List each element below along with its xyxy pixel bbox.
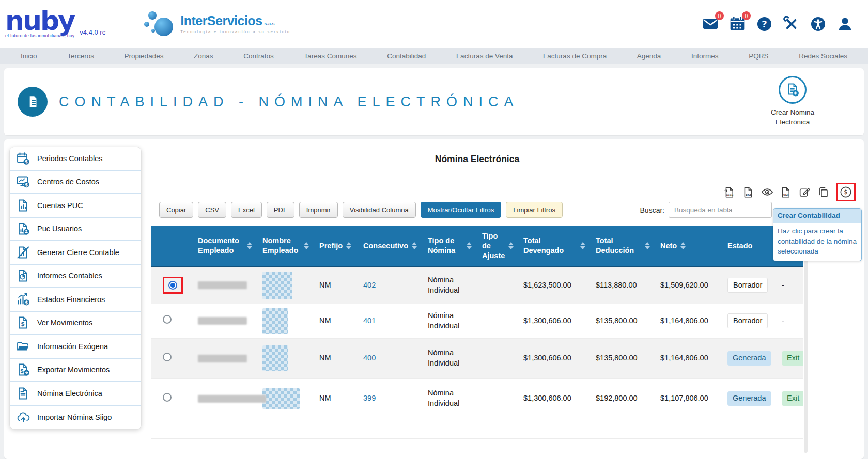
dian-status-cell: Exit <box>777 378 803 419</box>
search-input[interactable] <box>669 202 772 218</box>
consecutivo-cell: 400 <box>358 338 423 378</box>
sidebar-item-ver-movimientos[interactable]: $Ver Movimientos <box>10 312 141 336</box>
row-radio-button[interactable] <box>163 393 172 402</box>
column-label: Total Deducción <box>596 236 641 256</box>
toolbar-button-visibilidad-columna[interactable]: Visibilidad Columna <box>343 202 416 218</box>
create-payroll-button[interactable]: Crear Nómina Electrónica <box>762 76 824 128</box>
sidebar-item-nomina-electronica[interactable]: Nómina Electrónica <box>10 382 141 406</box>
sort-icon[interactable] <box>346 242 351 249</box>
column-header-nombre-empleado[interactable]: Nombre Empleado <box>257 226 314 266</box>
row-radio-button[interactable] <box>168 281 177 290</box>
sidebar-item-centros-de-costos[interactable]: $Centros de Costos <box>10 171 141 195</box>
redacted-employee-name <box>262 272 292 299</box>
sidebar-item-informacion-exogena[interactable]: Información Exógena <box>10 335 141 359</box>
pdf-export-icon[interactable]: PDF <box>742 186 754 198</box>
messages-icon[interactable]: 0 <box>702 15 719 33</box>
xml-export-icon[interactable]: XML <box>780 186 792 198</box>
sidebar-item-informes-contables[interactable]: Informes Contables <box>10 265 141 289</box>
column-header-tipo-de-ajuste[interactable]: Tipo de Ajuste <box>477 226 518 266</box>
dian-status-badge: Exit <box>782 391 803 406</box>
nav-item-agenda[interactable]: Agenda <box>637 52 661 60</box>
table-action-icons: DIANPDFXML$ <box>724 183 856 201</box>
table-search: Buscar: <box>640 202 772 218</box>
sort-icon[interactable] <box>412 242 417 249</box>
nav-item-zonas[interactable]: Zonas <box>194 52 213 60</box>
create-accounting-tooltip: Crear Contabilidad Haz clic para crear l… <box>773 208 862 261</box>
nav-item-informes[interactable]: Informes <box>691 52 719 60</box>
column-header-total-deduccion[interactable]: Total Deducción <box>591 226 655 266</box>
copy-icon[interactable] <box>817 186 829 198</box>
sort-icon[interactable] <box>467 242 472 249</box>
toolbar-button-limpiar-filtros[interactable]: Limpiar Filtros <box>506 202 563 218</box>
toolbar-button-csv[interactable]: CSV <box>198 202 226 218</box>
sidebar-item-label: Generar Cierre Contable <box>37 248 119 257</box>
sort-icon[interactable] <box>508 242 514 249</box>
nav-item-facturas-de-venta[interactable]: Facturas de Venta <box>456 52 513 60</box>
sort-icon[interactable] <box>247 242 252 249</box>
estado-cell: Generada <box>722 338 777 378</box>
row-radio-button[interactable] <box>163 353 172 361</box>
sidebar-item-generar-cierre-contable[interactable]: Generar Cierre Contable <box>10 241 141 265</box>
sidebar-item-label: Centros de Costos <box>37 178 99 186</box>
column-header-select <box>151 226 193 266</box>
nav-item-redes-sociales[interactable]: Redes Sociales <box>799 52 847 60</box>
tools-icon[interactable] <box>782 15 800 33</box>
row-radio-button[interactable] <box>163 315 172 324</box>
column-header-prefijo[interactable]: Prefijo <box>314 226 358 266</box>
nav-item-propiedades[interactable]: Propiedades <box>125 52 164 60</box>
sidebar-item-estados-financieros[interactable]: $Estados Financieros <box>10 288 141 312</box>
redacted-document-number <box>198 395 266 403</box>
consecutivo-link[interactable]: 402 <box>363 281 376 289</box>
accessibility-icon[interactable] <box>809 15 827 33</box>
toolbar-button-pdf[interactable]: PDF <box>267 202 295 218</box>
select-cell <box>151 266 193 304</box>
nav-item-pqrs[interactable]: PQRS <box>749 52 768 60</box>
calendar-icon[interactable]: 0 <box>729 15 746 33</box>
consecutivo-cell: 401 <box>358 304 423 338</box>
toolbar-button-copiar[interactable]: Copiar <box>159 202 193 218</box>
edit-icon[interactable] <box>799 186 811 198</box>
sidebar-item-cuentas-puc[interactable]: Cuentas PUC <box>10 194 141 218</box>
create-accounting-icon[interactable]: $ <box>840 186 852 198</box>
toolbar-button-imprimir[interactable]: Imprimir <box>299 202 338 218</box>
consecutivo-link[interactable]: 399 <box>363 394 376 402</box>
sidebar-item-puc-usuarios[interactable]: Puc Usuarios <box>10 218 141 242</box>
tipo-ajuste-cell <box>477 304 518 338</box>
column-header-consecutivo[interactable]: Consecutivo <box>358 226 423 266</box>
nav-item-inicio[interactable]: Inicio <box>21 52 37 60</box>
interservicios-suffix: s.a.s <box>265 21 275 26</box>
help-icon[interactable]: ? <box>755 15 773 33</box>
cloud-upload-icon <box>16 410 30 424</box>
interservicios-bubbles-icon <box>144 8 175 39</box>
sort-icon[interactable] <box>645 242 650 249</box>
consecutivo-link[interactable]: 401 <box>363 316 376 325</box>
toolbar-button-excel[interactable]: Excel <box>231 202 262 218</box>
nav-item-contabilidad[interactable]: Contabilidad <box>387 52 426 60</box>
vertical-scrollbar[interactable] <box>804 257 808 453</box>
sort-icon[interactable] <box>580 242 585 249</box>
preview-eye-icon[interactable] <box>761 186 773 198</box>
column-header-documento-empleado[interactable]: Documento Empleado <box>193 226 257 266</box>
sidebar-item-exportar-movimientos[interactable]: $Exportar Movimientos <box>10 359 141 383</box>
payroll-table: Documento EmpleadoNombre EmpleadoPrefijo… <box>151 226 803 439</box>
nav-item-tareas-comunes[interactable]: Tareas Comunes <box>304 52 357 60</box>
sort-icon[interactable] <box>304 242 309 249</box>
sidebar-item-periodos-contables[interactable]: $Periodos Contables <box>10 147 141 171</box>
nav-item-terceros[interactable]: Terceros <box>67 52 94 60</box>
nav-item-contratos[interactable]: Contratos <box>243 52 274 60</box>
user-icon[interactable] <box>836 15 854 33</box>
table-toolbar: CopiarCSVExcelPDFImprimirVisibilidad Col… <box>151 202 803 218</box>
consecutivo-cell: 402 <box>358 266 423 304</box>
sort-icon[interactable] <box>680 242 686 249</box>
column-header-tipo-de-nomina[interactable]: Tipo de Nómina <box>423 226 477 266</box>
nuby-logo[interactable]: nuby el futuro de las inmobiliarias, hoy… <box>5 9 105 38</box>
monitor-dollar-icon: $ <box>16 175 30 188</box>
toolbar-button-mostrar-ocultar-filtros[interactable]: Mostrar/Ocultar Filtros <box>421 202 502 218</box>
column-header-neto[interactable]: Neto <box>655 226 722 266</box>
sidebar-item-importar-nomina-siigo[interactable]: Importar Nómina Siigo <box>10 406 141 430</box>
dian-export-icon[interactable]: DIAN <box>724 186 736 198</box>
consecutivo-link[interactable]: 400 <box>363 354 376 362</box>
nav-item-facturas-de-compra[interactable]: Facturas de Compra <box>543 52 607 60</box>
content-card: $Periodos Contables$Centros de CostosCue… <box>4 139 864 459</box>
column-header-total-devengado[interactable]: Total Devengado <box>518 226 591 266</box>
